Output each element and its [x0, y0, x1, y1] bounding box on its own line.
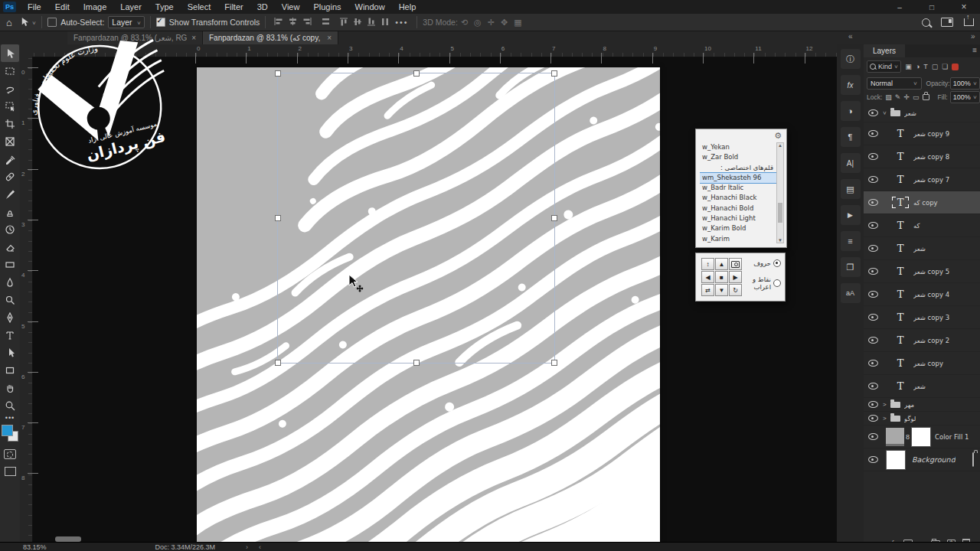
layers-tab[interactable]: Layers	[864, 44, 905, 57]
nudge-button[interactable]: ⇄	[701, 284, 714, 296]
chevron-right-icon[interactable]	[883, 401, 889, 408]
layer-row[interactable]: شعر copy 2	[864, 329, 980, 352]
filter-type-icon[interactable]: T	[923, 63, 928, 70]
diacritics-radio-row[interactable]: نقاط و اعراب	[741, 276, 781, 291]
gear-icon[interactable]	[774, 131, 782, 141]
lock-transparency-icon[interactable]: ▨	[885, 93, 892, 101]
menu-item[interactable]: Layer	[113, 1, 149, 13]
transform-handle[interactable]	[551, 360, 557, 366]
3d-orbit-icon[interactable]: ⟲	[461, 18, 468, 28]
scrollbar-thumb[interactable]	[778, 203, 782, 223]
layer-name[interactable]: شعر copy	[913, 360, 943, 367]
edit-toolbar-icon[interactable]: •••	[0, 414, 20, 422]
info-panel-icon[interactable]	[841, 49, 861, 69]
font-list-item[interactable]: wm_Shekasteh 96	[700, 173, 776, 183]
visibility-eye-icon[interactable]	[868, 415, 878, 422]
font-list-item[interactable]: w_Yekan	[700, 142, 776, 152]
visibility-eye-icon[interactable]	[868, 314, 878, 321]
paragraph-panel-icon[interactable]	[841, 127, 861, 147]
font-list-panel[interactable]: w_Yekanw_Zar Boldقلم‌های اختصاصی :wm_She…	[695, 129, 787, 248]
hand-tool[interactable]	[1, 379, 19, 396]
font-list-item[interactable]: w_Zar Bold	[700, 152, 776, 162]
auto-select-checkbox[interactable]	[47, 18, 57, 27]
menu-item[interactable]: Filter	[217, 1, 250, 13]
font-list-scrollbar[interactable]: ▲ ▼	[776, 142, 784, 243]
properties-panel-icon[interactable]	[841, 231, 861, 251]
chevron-right-icon[interactable]	[883, 415, 889, 422]
lock-position-icon[interactable]: ✛	[903, 93, 910, 101]
eraser-tool[interactable]	[1, 238, 19, 256]
transform-handle[interactable]	[275, 70, 281, 77]
menu-item[interactable]: View	[275, 1, 307, 13]
crop-tool[interactable]	[1, 115, 19, 132]
layer-row[interactable]: شعر copy 5	[864, 260, 980, 283]
nudge-controls-panel[interactable]: ↕ ▲ ◀ ■ ▶ ⇄	[695, 253, 786, 302]
visibility-eye-icon[interactable]	[868, 383, 878, 390]
filter-pixel-icon[interactable]: ▣	[905, 63, 912, 70]
more-options-icon[interactable]: •••	[395, 18, 408, 27]
path-selection-tool[interactable]	[1, 344, 19, 361]
font-list-item[interactable]: w_Karim Bold	[700, 223, 776, 233]
chevron-down-icon[interactable]	[32, 18, 36, 27]
visibility-eye-icon[interactable]	[868, 291, 878, 298]
layer-name[interactable]: شعر	[904, 109, 916, 117]
layer-name[interactable]: شعر copy 2	[913, 337, 949, 344]
glyphs-panel-icon[interactable]	[841, 179, 861, 199]
document-tab[interactable]: Fanpardazan @ 83.1% (که copy, RGB/8#) * …	[203, 31, 338, 44]
lock-all-icon[interactable]	[923, 94, 929, 100]
libraries-panel-icon[interactable]	[841, 257, 861, 277]
layer-name[interactable]: شعر copy 9	[913, 130, 949, 138]
layer-row[interactable]: شعر	[864, 237, 980, 260]
align-middle-v-icon[interactable]	[353, 17, 362, 28]
nudge-button[interactable]: ◀	[701, 271, 714, 283]
status-arrows-icon[interactable]: ›‹	[246, 543, 272, 551]
brush-tool[interactable]	[1, 185, 19, 203]
3d-slide-icon[interactable]: ✥	[501, 18, 508, 28]
transform-handle[interactable]	[413, 360, 420, 366]
nudge-button[interactable]: ↻	[729, 284, 742, 296]
nudge-button[interactable]	[729, 258, 742, 270]
screen-mode-icon[interactable]	[5, 467, 16, 476]
menu-item[interactable]: Select	[181, 1, 218, 13]
character-styles-panel-icon[interactable]	[841, 283, 861, 303]
layer-name[interactable]: شعر	[913, 383, 926, 390]
layer-name[interactable]: Background	[912, 455, 956, 464]
zoom-tool[interactable]	[1, 396, 19, 414]
gradient-tool[interactable]	[1, 256, 19, 273]
visibility-eye-icon[interactable]	[868, 360, 878, 367]
visibility-eye-icon[interactable]	[868, 245, 878, 252]
layer-row[interactable]: که copy	[864, 191, 980, 214]
quick-mask-icon[interactable]	[4, 449, 16, 459]
layer-name[interactable]: شعر copy 4	[913, 291, 949, 298]
layer-name[interactable]: شعر copy 7	[913, 176, 949, 184]
menu-item[interactable]: Plugins	[306, 1, 348, 13]
3d-pan-icon[interactable]: ✛	[488, 18, 495, 28]
layer-row[interactable]: شعر copy 8	[864, 145, 980, 168]
opacity-dropdown[interactable]: 100%	[950, 77, 980, 90]
nudge-button[interactable]: ▲	[715, 258, 728, 270]
layer-name[interactable]: شعر copy 8	[913, 153, 949, 161]
align-left-icon[interactable]	[273, 17, 283, 28]
visibility-eye-icon[interactable]	[868, 337, 878, 344]
history-panel-icon[interactable]	[841, 101, 861, 121]
align-right-icon[interactable]	[302, 17, 312, 28]
nudge-button[interactable]: ↕	[701, 258, 714, 270]
align-bottom-icon[interactable]	[367, 17, 376, 28]
transform-handle[interactable]	[551, 215, 557, 221]
visibility-eye-icon[interactable]	[868, 130, 878, 137]
move-tool-options-icon[interactable]	[20, 17, 30, 28]
font-list-item[interactable]: w_Hanachi Bold	[700, 204, 776, 214]
transform-handle[interactable]	[551, 70, 557, 77]
share-icon[interactable]	[964, 18, 974, 26]
radio-selected-icon[interactable]	[773, 259, 781, 267]
zoom-level[interactable]: 83.15%	[23, 543, 47, 551]
visibility-eye-icon[interactable]	[868, 268, 878, 275]
font-list-item[interactable]: w_Hanachi Black	[700, 193, 776, 203]
layer-name[interactable]: که	[913, 222, 920, 230]
nudge-button[interactable]: ▶	[729, 271, 742, 283]
visibility-eye-icon[interactable]	[868, 401, 878, 408]
layer-name[interactable]: شعر copy 5	[913, 268, 949, 276]
layer-name[interactable]: Color Fill 1	[935, 433, 969, 441]
align-center-h-icon[interactable]	[288, 17, 298, 28]
type-tool[interactable]	[1, 326, 19, 344]
